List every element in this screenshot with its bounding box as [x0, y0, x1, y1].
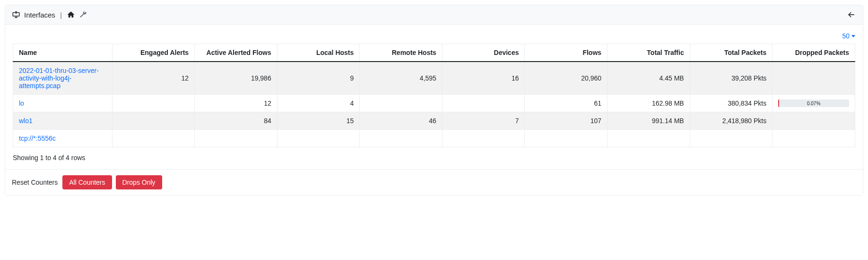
col-header-engaged-alerts[interactable]: Engaged Alerts	[112, 44, 195, 62]
col-header-name[interactable]: Name	[13, 44, 113, 62]
cell-remote-hosts	[360, 130, 443, 147]
interfaces-card: Interfaces | 50	[5, 5, 863, 196]
cell-local-hosts	[277, 130, 360, 147]
cell-engaged-alerts	[112, 130, 195, 147]
cell-flows: 107	[525, 112, 608, 130]
cell-total-packets: 2,418,980 Pkts	[690, 112, 773, 130]
interface-link[interactable]: tcp://*:5556c	[19, 134, 56, 142]
cell-devices	[442, 130, 525, 147]
interfaces-icon	[12, 10, 20, 19]
cell-flows: 20,960	[525, 62, 608, 95]
cell-local-hosts: 9	[277, 62, 360, 95]
col-header-total-packets[interactable]: Total Packets	[690, 44, 773, 62]
cell-remote-hosts	[360, 95, 443, 112]
table-row: lo12461162.98 MB380,834 Pkts0.07%	[13, 95, 855, 112]
wrench-icon[interactable]	[79, 10, 87, 19]
card-header: Interfaces |	[5, 5, 863, 25]
home-icon[interactable]	[67, 10, 75, 19]
cell-local-hosts: 15	[277, 112, 360, 130]
col-header-local-hosts[interactable]: Local Hosts	[277, 44, 360, 62]
page-title: Interfaces	[24, 11, 55, 19]
cell-name: 2022-01-01-thru-03-server-activity-with-…	[13, 62, 113, 95]
cell-dropped-packets	[773, 112, 855, 130]
cell-total-traffic: 4.45 MB	[608, 62, 690, 95]
cell-total-traffic: 991.14 MB	[608, 112, 690, 130]
cell-active-alerted-flows: 12	[195, 95, 278, 112]
interface-link[interactable]: lo	[19, 99, 24, 107]
page-size-dropdown[interactable]: 50	[842, 32, 855, 40]
caret-down-icon	[851, 35, 855, 37]
cell-engaged-alerts	[112, 112, 195, 130]
interface-link[interactable]: 2022-01-01-thru-03-server-activity-with-…	[19, 67, 99, 90]
cell-total-packets: 380,834 Pkts	[690, 95, 773, 112]
back-arrow-icon[interactable]	[847, 10, 856, 19]
table-row: wlo18415467107991.14 MB2,418,980 Pkts	[13, 112, 855, 130]
cell-engaged-alerts	[112, 95, 195, 112]
card-body: 50 Name Engaged Alerts Active Alerted Fl…	[5, 25, 863, 169]
col-header-devices[interactable]: Devices	[442, 44, 525, 62]
col-header-active-alerted-flows[interactable]: Active Alerted Flows	[195, 44, 278, 62]
dropped-progress-label: 0.07%	[778, 99, 849, 107]
cell-devices: 7	[442, 112, 525, 130]
cell-name: tcp://*:5556c	[13, 130, 113, 147]
cell-devices	[442, 95, 525, 112]
cell-remote-hosts: 4,595	[360, 62, 443, 95]
reset-counters-label: Reset Counters	[12, 179, 58, 186]
cell-name: wlo1	[13, 112, 113, 130]
all-counters-button[interactable]: All Counters	[62, 175, 112, 189]
table-header-row: Name Engaged Alerts Active Alerted Flows…	[13, 44, 855, 62]
col-header-flows[interactable]: Flows	[525, 44, 608, 62]
separator: |	[60, 11, 62, 19]
cell-total-traffic	[608, 130, 690, 147]
dropped-progress: 0.07%	[778, 99, 849, 107]
cell-flows	[525, 130, 608, 147]
cell-active-alerted-flows	[195, 130, 278, 147]
cell-name: lo	[13, 95, 113, 112]
cell-dropped-packets	[773, 130, 855, 147]
table-body: 2022-01-01-thru-03-server-activity-with-…	[13, 62, 855, 147]
cell-devices: 16	[442, 62, 525, 95]
card-footer: Reset Counters All Counters Drops Only	[5, 169, 863, 195]
interfaces-table: Name Engaged Alerts Active Alerted Flows…	[13, 44, 855, 147]
cell-flows: 61	[525, 95, 608, 112]
cell-active-alerted-flows: 84	[195, 112, 278, 130]
interface-link[interactable]: wlo1	[19, 117, 33, 125]
col-header-remote-hosts[interactable]: Remote Hosts	[360, 44, 443, 62]
cell-local-hosts: 4	[277, 95, 360, 112]
cell-total-traffic: 162.98 MB	[608, 95, 690, 112]
cell-total-packets: 39,208 Pkts	[690, 62, 773, 95]
table-row: 2022-01-01-thru-03-server-activity-with-…	[13, 62, 855, 95]
cell-remote-hosts: 46	[360, 112, 443, 130]
cell-active-alerted-flows: 19,986	[195, 62, 278, 95]
cell-total-packets	[690, 130, 773, 147]
row-count-info: Showing 1 to 4 of 4 rows	[13, 154, 855, 161]
col-header-dropped-packets[interactable]: Dropped Packets	[773, 44, 855, 62]
table-toolbar: 50	[13, 32, 855, 40]
header-left: Interfaces |	[12, 10, 87, 19]
cell-dropped-packets	[773, 62, 855, 95]
page-size-value: 50	[842, 32, 850, 40]
cell-dropped-packets: 0.07%	[773, 95, 855, 112]
drops-only-button[interactable]: Drops Only	[116, 175, 162, 189]
cell-engaged-alerts: 12	[112, 62, 195, 95]
table-row: tcp://*:5556c	[13, 130, 855, 147]
col-header-total-traffic[interactable]: Total Traffic	[608, 44, 690, 62]
